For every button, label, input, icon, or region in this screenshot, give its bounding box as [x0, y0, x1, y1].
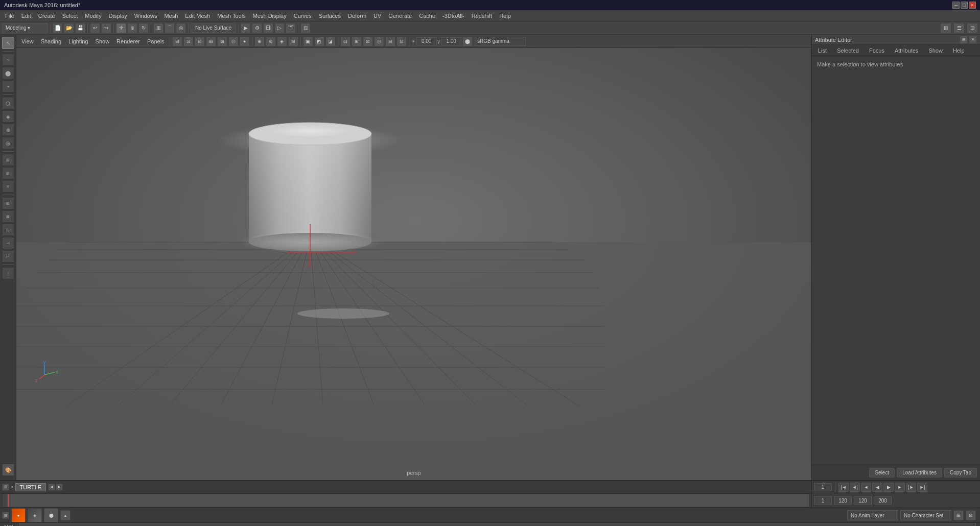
next-key-btn[interactable]: |► — [906, 483, 916, 492]
prev-key-btn[interactable]: ◄| — [850, 483, 860, 492]
transform-btn-3[interactable]: ⊡ — [2, 224, 14, 236]
menu-deform[interactable]: Deform — [345, 12, 369, 20]
color-space-dropdown[interactable]: sRGB gamma — [475, 37, 526, 46]
menu-mesh-display[interactable]: Mesh Display — [250, 12, 290, 20]
menu-modify[interactable]: Modify — [82, 12, 104, 20]
obj-btn-2[interactable]: ⊟ — [2, 167, 14, 179]
menu-mesh-tools[interactable]: Mesh Tools — [214, 12, 248, 20]
save-btn[interactable]: 💾 — [75, 23, 85, 33]
transform-btn-5[interactable]: ⊢ — [2, 250, 14, 262]
rotate-tool[interactable]: ↻ — [138, 23, 149, 33]
vp-btn-9[interactable]: ⊗ — [266, 36, 276, 46]
snap-point[interactable]: ◎ — [176, 23, 186, 33]
minimize-button[interactable]: ─ — [952, 2, 960, 9]
vp-btn-10[interactable]: ◈ — [277, 36, 287, 46]
end-frame-field-2[interactable]: 200 — [874, 496, 892, 505]
range-start-field[interactable]: 1 — [814, 496, 832, 505]
layout-btn[interactable]: ⊟ — [300, 23, 311, 33]
select-mode-btn[interactable]: ↖ — [2, 37, 14, 49]
menu-cache[interactable]: Cache — [416, 12, 438, 20]
render-frame[interactable]: 🎞 — [263, 23, 273, 33]
soft-mod-btn[interactable]: ◎ — [2, 137, 14, 149]
menu-select[interactable]: Select — [59, 12, 81, 20]
menu-mesh[interactable]: Mesh — [161, 12, 181, 20]
show-menu[interactable]: Show — [92, 37, 113, 45]
vp-btn-5[interactable]: ⊠ — [217, 36, 227, 46]
play-fwd-btn[interactable]: ▶ — [883, 483, 894, 492]
attr-tab-focus[interactable]: Focus — [865, 46, 889, 55]
vp-btn-3[interactable]: ⊟ — [195, 36, 205, 46]
menu-edit-mesh[interactable]: Edit Mesh — [182, 12, 213, 20]
vp-btn-20[interactable]: ⊡ — [396, 36, 407, 46]
layer-expand-btn[interactable]: ⊟ — [2, 512, 9, 519]
char-set-icon-1[interactable]: ⊞ — [953, 510, 964, 520]
playblast[interactable]: 🎬 — [286, 23, 296, 33]
panels-menu[interactable]: Panels — [144, 37, 168, 45]
poly-tool-btn[interactable]: ⬡ — [2, 97, 14, 109]
editor-btn-1[interactable]: ⊞ — [940, 23, 951, 33]
layer-up-btn[interactable]: ▲ — [60, 510, 71, 520]
mel-input[interactable] — [19, 523, 976, 526]
vp-btn-8[interactable]: ⊕ — [254, 36, 265, 46]
char-set-icon-2[interactable]: ⊠ — [966, 510, 976, 520]
renderer-icon-btn[interactable]: 🎨 — [2, 464, 14, 476]
mode-dropdown[interactable]: Modeling ▾ — [2, 23, 48, 33]
render-icon-1[interactable]: ● — [11, 508, 26, 522]
vp-btn-2[interactable]: ⊡ — [183, 36, 194, 46]
render-icon-3[interactable]: ⬤ — [44, 508, 58, 522]
transform-btn-2[interactable]: ⊠ — [2, 210, 14, 223]
snap-curve[interactable]: ⌒ — [165, 23, 175, 33]
menu-surfaces[interactable]: Surfaces — [316, 12, 344, 20]
attr-editor-float-btn[interactable]: ⊞ — [960, 36, 968, 44]
lasso-tool-btn[interactable]: ○ — [2, 54, 14, 66]
menu-create[interactable]: Create — [35, 12, 58, 20]
attr-tab-help[interactable]: Help — [949, 46, 969, 55]
move-tool[interactable]: ⊕ — [127, 23, 137, 33]
grid-view-btn[interactable]: ⊞ — [2, 154, 14, 166]
close-button[interactable]: ✕ — [969, 2, 976, 9]
load-attributes-btn[interactable]: Load Attributes — [897, 468, 942, 477]
menu-redshift[interactable]: Redshift — [469, 12, 495, 20]
current-frame-field[interactable]: 1 — [814, 483, 832, 491]
attr-tab-attributes[interactable]: Attributes — [891, 46, 922, 55]
vp-btn-17[interactable]: ⊠ — [363, 36, 373, 46]
measure-tool-btn[interactable]: ⊕ — [2, 124, 14, 136]
vp-btn-4[interactable]: ⊞ — [206, 36, 216, 46]
gamma-field[interactable]: 1.00 — [441, 37, 461, 45]
snap-tool-btn[interactable]: ◈ — [2, 110, 14, 123]
play-back-btn[interactable]: ◀ — [872, 483, 882, 492]
exposure-field[interactable]: 0.00 — [416, 37, 437, 45]
attr-select-btn[interactable]: Select — [869, 468, 895, 477]
vp-btn-12[interactable]: ▣ — [303, 36, 313, 46]
timeline-track[interactable] — [2, 493, 809, 508]
vp-btn-16[interactable]: ⊞ — [352, 36, 362, 46]
select-tool[interactable]: ✛ — [116, 23, 126, 33]
render-settings[interactable]: ⚙ — [252, 23, 262, 33]
attr-tab-list[interactable]: List — [814, 46, 831, 55]
paint-tool-btn[interactable]: ⬤ — [2, 67, 14, 79]
attr-editor-close-btn[interactable]: ✕ — [969, 36, 977, 44]
vp-btn-15[interactable]: ⊡ — [340, 36, 351, 46]
attr-tab-show[interactable]: Show — [924, 46, 947, 55]
menu-uv[interactable]: UV — [370, 12, 384, 20]
next-frame-btn[interactable]: ► — [895, 483, 905, 492]
end-frame-field[interactable]: 120 — [854, 496, 872, 505]
snap-grid[interactable]: ⊞ — [153, 23, 164, 33]
menu-3dtoall[interactable]: -3DtoAll- — [439, 12, 468, 20]
sculpt-tool-btn[interactable]: ⚬ — [2, 80, 14, 92]
viewport[interactable]: x y z persp — [16, 48, 811, 480]
vp-btn-19[interactable]: ⊟ — [385, 36, 395, 46]
new-file-btn[interactable]: 📄 — [53, 23, 63, 33]
vp-btn-14[interactable]: ◪ — [325, 36, 336, 46]
vp-btn-13[interactable]: ◩ — [314, 36, 324, 46]
menu-edit[interactable]: Edit — [18, 12, 34, 20]
lighting-menu[interactable]: Lighting — [65, 37, 91, 45]
attr-tab-selected[interactable]: Selected — [833, 46, 863, 55]
menu-windows[interactable]: Windows — [131, 12, 160, 20]
prev-frame-btn[interactable]: ◄ — [861, 483, 871, 492]
copy-tab-btn[interactable]: Copy Tab — [944, 468, 977, 477]
render-btn[interactable]: ▶ — [241, 23, 251, 33]
anim-layer-dropdown[interactable]: No Anim Layer — [847, 510, 898, 520]
range-end-field[interactable]: 120 — [834, 496, 852, 505]
no-live-surface-btn[interactable]: No Live Surface — [191, 23, 236, 33]
